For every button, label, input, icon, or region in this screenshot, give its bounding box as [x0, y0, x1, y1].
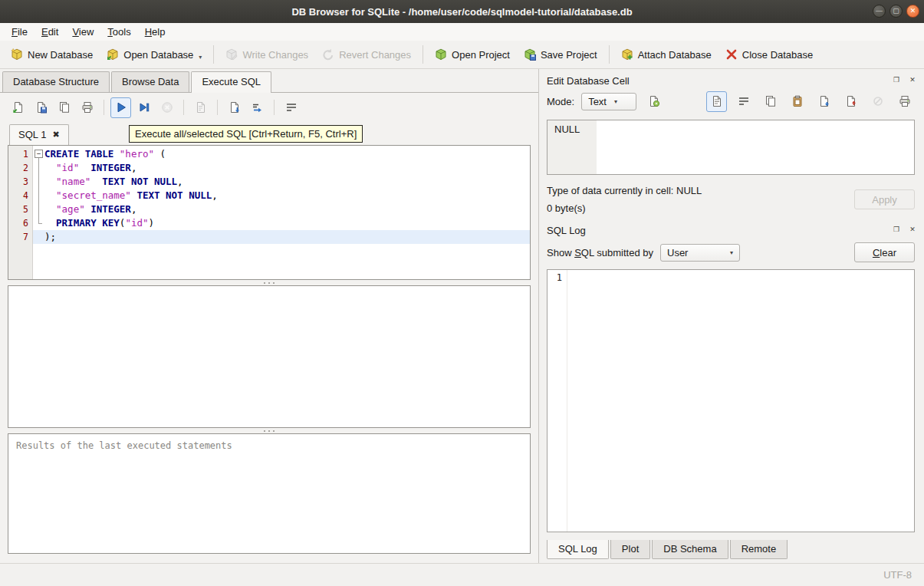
dock-close-icon[interactable]: ✕: [907, 75, 918, 86]
dock-float-icon[interactable]: ❐: [891, 225, 902, 235]
execute-all-button[interactable]: [110, 97, 131, 118]
import-button[interactable]: [814, 91, 834, 112]
tab-database-structure[interactable]: Database Structure: [2, 71, 110, 92]
titlebar[interactable]: DB Browser for SQLite - /home/user/code/…: [0, 0, 924, 23]
main-tabbar: Database StructureBrowse DataExecute SQL: [0, 69, 538, 93]
bottom-tab-remote[interactable]: Remote: [730, 540, 788, 559]
text-mode-button[interactable]: [706, 91, 727, 112]
edit-cell-title: Edit Database Cell: [547, 75, 886, 87]
chevron-down-icon: ▾: [614, 98, 617, 105]
save-project-button[interactable]: Save Project: [518, 44, 603, 64]
save-sql-file-button[interactable]: [31, 97, 51, 118]
results-grid[interactable]: [8, 285, 531, 428]
word-wrap-button[interactable]: [281, 97, 301, 118]
menu-view[interactable]: View: [65, 24, 100, 40]
attach-database-button[interactable]: Attach Database: [615, 44, 718, 64]
paste-icon: [791, 95, 804, 107]
execute-line-button[interactable]: [133, 97, 154, 118]
left-pane: Database StructureBrowse DataExecute SQL…: [0, 69, 538, 563]
edit-cell-right-icons: [706, 91, 915, 112]
chevron-down-icon: ▾: [730, 249, 733, 256]
toolbar-button-label: Attach Database: [638, 49, 712, 61]
bottom-tab-plot[interactable]: Plot: [610, 540, 650, 559]
sql-log-filter-combobox[interactable]: User ▾: [660, 244, 740, 262]
editor-line[interactable]: 5 "age" INTEGER,: [8, 202, 530, 216]
open-in-external-button[interactable]: [643, 91, 664, 112]
maximize-button[interactable]: ▢: [889, 5, 903, 18]
app-window: DB Browser for SQLite - /home/user/code/…: [0, 0, 924, 586]
word-wrap-icon: [285, 101, 298, 114]
new-database-button[interactable]: New Database: [5, 44, 99, 64]
menu-tools[interactable]: Tools: [100, 24, 137, 40]
close-database-button[interactable]: Close Database: [719, 44, 820, 64]
code-text: CREATE TABLE "hero" (: [44, 147, 166, 161]
mode-label: Mode:: [547, 96, 574, 107]
fold-marker-icon[interactable]: −: [33, 147, 44, 161]
edit-cell-header: Edit Database Cell ❐ ✕: [539, 69, 924, 87]
mode-combobox-value: Text: [588, 96, 607, 107]
menu-help[interactable]: Help: [138, 24, 173, 40]
format-sql-button[interactable]: [247, 97, 268, 118]
sql-log-area[interactable]: 1: [547, 269, 915, 532]
results-message-panel[interactable]: Results of the last executed statements: [8, 433, 531, 554]
encoding-label: UTF-8: [883, 569, 912, 581]
clear-button[interactable]: Clear: [854, 242, 915, 262]
dock-close-icon[interactable]: ✕: [907, 225, 918, 235]
line-number: 6: [8, 216, 33, 230]
cell-editor[interactable]: NULL: [547, 120, 915, 175]
editor-line[interactable]: 1−CREATE TABLE "hero" (: [8, 147, 530, 161]
close-tab-icon[interactable]: ✖: [52, 130, 59, 140]
splitter-handle-top[interactable]: [8, 280, 531, 285]
open-database-button[interactable]: Open Database▾: [100, 44, 208, 64]
tooltip-text: Execute all/selected SQL [Ctrl+Return, F…: [135, 128, 357, 140]
save-results-button[interactable]: [224, 97, 245, 118]
open-sql-tab-button[interactable]: [54, 97, 74, 118]
new-database-icon: [11, 48, 23, 61]
mode-combobox[interactable]: Text ▾: [581, 93, 636, 110]
tab-execute-sql[interactable]: Execute SQL: [191, 71, 271, 93]
open-project-button[interactable]: Open Project: [429, 44, 516, 64]
line-number: 1: [8, 147, 33, 161]
fold-guide: [33, 175, 44, 189]
line-number: 5: [8, 202, 33, 216]
execute-line-icon: [138, 101, 150, 114]
dock-float-icon[interactable]: ❐: [891, 75, 902, 86]
chevron-down-icon[interactable]: ▾: [199, 54, 202, 61]
export-button[interactable]: [840, 91, 861, 112]
log-line-number: 1: [557, 272, 562, 283]
open-sql-file-button[interactable]: [8, 97, 28, 118]
sql-tab[interactable]: SQL 1 ✖: [9, 124, 69, 145]
sql-editor[interactable]: 1−CREATE TABLE "hero" (2 "id" INTEGER,3 …: [8, 145, 531, 280]
close-database-icon: [725, 48, 738, 61]
close-button[interactable]: ✕: [906, 5, 919, 18]
editor-line[interactable]: 6 PRIMARY KEY("id"): [8, 216, 530, 230]
word-wrap-button[interactable]: [733, 91, 754, 112]
toolbar-separator: [217, 100, 218, 115]
copy-button[interactable]: [760, 91, 781, 112]
window-title: DB Browser for SQLite - /home/user/code/…: [291, 6, 632, 18]
menu-file[interactable]: File: [5, 24, 35, 40]
code-text: "name" TEXT NOT NULL,: [44, 175, 183, 189]
main-area: Database StructureBrowse DataExecute SQL…: [0, 69, 924, 563]
menu-edit[interactable]: Edit: [35, 24, 65, 40]
bottom-tab-sql-log[interactable]: SQL Log: [547, 540, 609, 559]
minimize-button[interactable]: —: [873, 5, 886, 18]
editor-line[interactable]: 3 "name" TEXT NOT NULL,: [8, 175, 530, 189]
edit-cell-toolbar: Mode: Text ▾: [539, 87, 924, 115]
copy-icon: [765, 95, 777, 107]
print-button[interactable]: [77, 97, 97, 118]
editor-line[interactable]: 7);: [8, 230, 530, 244]
toolbar-button-label: Write Changes: [242, 49, 308, 61]
sql-log-filter-label: Show SQL submitted by: [547, 247, 653, 258]
cell-size-info: 0 byte(s): [547, 202, 847, 214]
sql-log-filter-value: User: [667, 247, 688, 258]
paste-button[interactable]: [787, 91, 807, 112]
toolbar-button-label: Open Database: [123, 49, 193, 61]
editor-line[interactable]: 4 "secret_name" TEXT NOT NULL,: [8, 189, 530, 202]
print-button[interactable]: [894, 91, 915, 112]
tab-browse-data[interactable]: Browse Data: [111, 71, 189, 92]
window-controls: — ▢ ✕: [873, 5, 919, 18]
splitter-handle-bottom[interactable]: [8, 428, 531, 433]
bottom-tab-db-schema[interactable]: DB Schema: [652, 540, 728, 559]
editor-line[interactable]: 2 "id" INTEGER,: [8, 161, 530, 175]
